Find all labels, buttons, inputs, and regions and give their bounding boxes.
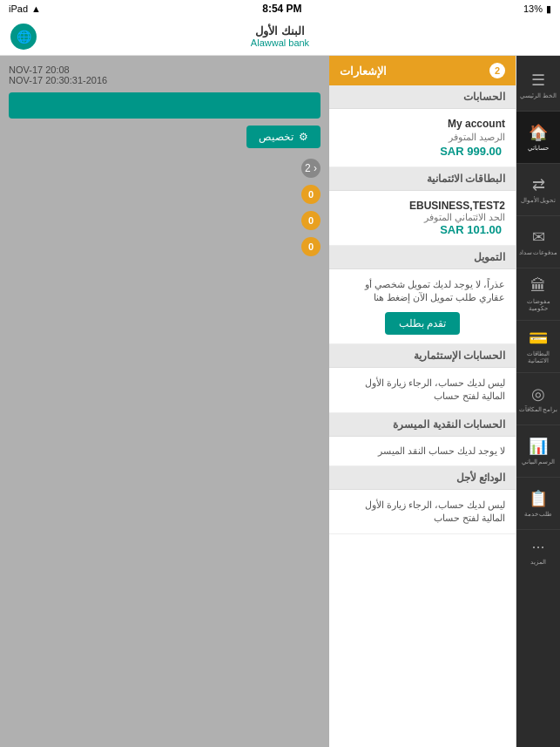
section-header-credit: البطاقات الائتمانية (329, 167, 516, 191)
more-icon: ··· (531, 538, 544, 556)
teal-bar (9, 92, 320, 119)
battery-label: 13% (523, 3, 543, 14)
account-balance-value: SAR 999.00 (340, 145, 505, 158)
account-name: My account (340, 118, 505, 130)
sidebar-label-gov: مفوضات حكومية (516, 298, 560, 311)
date-2: NOV-17 20:30:31-2016 (9, 75, 320, 85)
section-header-finance: التمويل (329, 246, 516, 269)
cards-icon: 💳 (529, 329, 548, 348)
notif-header-title: الإشعارات (340, 65, 387, 78)
allocate-button[interactable]: ⚙ تخصيص (246, 126, 320, 148)
sidebar-label-transfer: تحويل الأموال (521, 197, 557, 204)
investment-section: ليس لديك حساب، الرجاء زيارة الأول المالي… (329, 368, 516, 413)
list-item: 0 (9, 211, 320, 230)
credit-item[interactable]: EBUSINESS,TEST2 الحد الائتماني المتوفر S… (329, 191, 516, 246)
service-icon: 📋 (529, 489, 548, 508)
bank-logo: البنك الأول Alawwal bank (251, 24, 309, 48)
status-bar: iPad ▲ 8:54 PM 13% ▮ (0, 0, 560, 17)
sidebar-item-home[interactable]: ☰ الخط الرئيسي (516, 59, 560, 112)
content-dates: NOV-17 20:08 NOV-17 20:30:31-2016 (9, 65, 320, 85)
status-left: iPad ▲ (9, 3, 41, 14)
sadad-icon: ✉ (532, 227, 545, 247)
top-navbar: 🌐 البنك الأول Alawwal bank (0, 17, 560, 56)
sidebar-item-gov[interactable]: 🏛 مفوضات حكومية (516, 268, 560, 321)
account-balance-label: الرصيد المتوفر (340, 132, 505, 143)
deposit-section: ليس لديك حساب، الرجاء زيارة الأول المالي… (329, 490, 516, 535)
battery-icon: ▮ (546, 3, 551, 15)
sidebar-item-more[interactable]: ··· المزيد (516, 530, 560, 574)
sidebar-item-accounts[interactable]: 🏠 حساباتي (516, 112, 560, 164)
gov-icon: 🏛 (530, 277, 546, 295)
number-circle-0a: 0 (301, 185, 320, 204)
chart-icon: 📊 (529, 437, 548, 456)
date-1: NOV-17 20:08 (9, 65, 320, 75)
sidebar-item-chart[interactable]: 📊 الرسم البياني (516, 425, 560, 478)
list-item: 0 (9, 185, 320, 204)
sidebar-label-cards: البطاقات الائتمانية (516, 350, 560, 363)
notif-header: 2 الإشعارات (329, 56, 516, 85)
section-header-investment: الحسابات الإستثمارية (329, 344, 516, 368)
deposit-text: ليس لديك حساب، الرجاء زيارة الأول المالي… (340, 499, 505, 526)
sidebar-item-rewards[interactable]: ◎ برامج المكافآت (516, 373, 560, 425)
status-right: 13% ▮ (523, 3, 551, 15)
credit-balance-value: SAR 101.00 (340, 223, 505, 236)
apply-finance-button[interactable]: تقدم بطلب (385, 312, 460, 335)
number-circle-0c: 0 (301, 237, 320, 256)
wifi-icon: ▲ (31, 3, 41, 14)
sidebar-item-service[interactable]: 📋 طلب خدمة (516, 478, 560, 530)
home-icon: ☰ (531, 71, 545, 90)
credit-name: EBUSINESS,TEST2 (340, 200, 505, 212)
sidebar-label-rewards: برامج المكافآت (519, 406, 558, 413)
sidebar-item-sadad[interactable]: ✉ مدفوعات سداد (516, 216, 560, 268)
rewards-icon: ◎ (531, 384, 545, 404)
right-sidebar: ☰ الخط الرئيسي 🏠 حساباتي ⇄ تحويل الأموال… (516, 56, 560, 747)
sidebar-label-sadad: مدفوعات سداد (519, 249, 558, 256)
credit-currency: SAR (440, 223, 463, 236)
list-item: 0 (9, 237, 320, 256)
section-header-deposit: الودائع لأجل (329, 466, 516, 490)
sidebar-label-home: الخط الرئيسي (520, 92, 557, 99)
bank-name-english: Alawwal bank (251, 37, 309, 48)
allocate-label: تخصيص (259, 131, 293, 143)
notif-badge: 2 (489, 63, 505, 78)
gear-icon: ⚙ (299, 131, 308, 143)
finance-section: عذراً، لا يوجد لديك تمويل شخصي أو عقاري … (329, 269, 516, 344)
sidebar-label-service: طلب خدمة (524, 511, 553, 518)
globe-icon[interactable]: 🌐 (10, 24, 37, 50)
section-header-easy: الحسابات النقدية الميسرة (329, 413, 516, 437)
account-amount: 999.00 (467, 145, 502, 158)
list-item: ‹ 2 (9, 159, 320, 178)
transfer-icon: ⇄ (532, 175, 545, 194)
main-layout: NOV-17 20:08 NOV-17 20:30:31-2016 ⚙ تخصي… (0, 56, 560, 747)
investment-text: ليس لديك حساب، الرجاء زيارة الأول المالي… (340, 377, 505, 404)
sidebar-label-more: المزيد (530, 559, 546, 566)
account-currency: SAR (440, 145, 463, 158)
finance-text: عذراً، لا يوجد لديك تمويل شخصي أو عقاري … (340, 278, 505, 305)
easy-section: لا يوجد لديك حساب النقد الميسر (329, 437, 516, 466)
number-circle-0b: 0 (301, 211, 320, 230)
chevron-left-icon[interactable]: ‹ 2 (301, 159, 320, 178)
notification-panel: 2 الإشعارات الحسابات My account الرصيد ا… (329, 56, 516, 747)
account-item[interactable]: My account الرصيد المتوفر SAR 999.00 (329, 109, 516, 167)
sidebar-label-accounts: حساباتي (528, 145, 549, 152)
credit-balance-label: الحد الائتماني المتوفر (340, 212, 505, 223)
accounts-icon: 🏠 (529, 123, 548, 142)
bank-name-arabic: البنك الأول (255, 24, 305, 37)
section-header-accounts: الحسابات (329, 85, 516, 109)
status-time: 8:54 PM (262, 3, 301, 15)
easy-text: لا يوجد لديك حساب النقد الميسر (340, 445, 505, 457)
sidebar-label-chart: الرسم البياني (522, 458, 556, 465)
ipad-label: iPad (9, 3, 28, 14)
number-list: ‹ 2 0 0 0 (9, 159, 320, 256)
sidebar-item-cards[interactable]: 💳 البطاقات الائتمانية (516, 321, 560, 373)
main-content: NOV-17 20:08 NOV-17 20:30:31-2016 ⚙ تخصي… (0, 56, 329, 747)
sidebar-item-transfer[interactable]: ⇄ تحويل الأموال (516, 164, 560, 216)
credit-amount: 101.00 (467, 223, 502, 236)
